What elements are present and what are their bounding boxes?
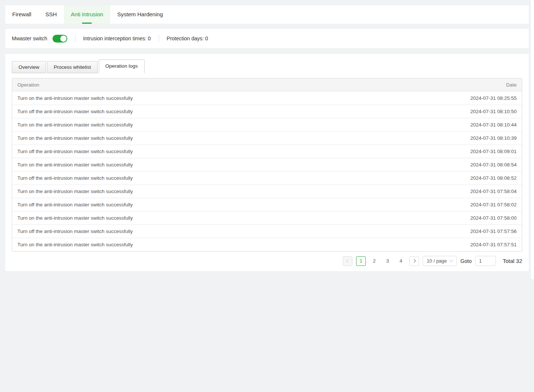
operation-cell: Turn off the anti-intrusion master switc…	[17, 149, 470, 154]
panel-tab[interactable]: Process whitelist	[47, 61, 98, 73]
total-value: 32	[516, 258, 522, 264]
table-header: Operation Date	[12, 78, 522, 91]
operation-cell: Turn on the anti-intrusion master switch…	[17, 215, 470, 221]
column-header-date: Date	[506, 82, 517, 88]
table-row: Turn off the anti-intrusion master switc…	[12, 105, 522, 118]
date-cell: 2024-07-31 08:25:55	[470, 95, 517, 101]
operation-cell: Turn on the anti-intrusion master switch…	[17, 162, 470, 168]
chevron-left-icon	[346, 259, 350, 263]
date-cell: 2024-07-31 07:57:56	[470, 229, 517, 234]
table-row: Turn on the anti-intrusion master switch…	[12, 131, 522, 145]
date-cell: 2024-07-31 07:57:51	[470, 242, 517, 247]
chevron-right-icon	[412, 259, 416, 263]
date-cell: 2024-07-31 08:09:01	[470, 149, 517, 154]
page-number-label: 4	[399, 258, 402, 264]
table-body: Turn on the anti-intrusion master switch…	[12, 91, 522, 251]
page-number-label: 2	[373, 258, 375, 264]
prev-page-button[interactable]	[343, 256, 352, 266]
next-page-button[interactable]	[409, 256, 419, 266]
date-cell: 2024-07-31 07:58:00	[470, 215, 517, 221]
page-size-select[interactable]: 10 / page	[423, 256, 457, 266]
operation-cell: Turn off the anti-intrusion master switc…	[17, 175, 470, 181]
date-cell: 2024-07-31 07:58:04	[470, 189, 517, 194]
operation-cell: Turn on the anti-intrusion master switch…	[17, 122, 470, 128]
table-row: Turn off the anti-intrusion master switc…	[12, 224, 522, 238]
page-number-button[interactable]: 3	[383, 256, 392, 266]
panel-tab-label: Process whitelist	[54, 64, 91, 70]
top-tab-bar: Firewall SSH Anti Intrusion System Harde…	[5, 5, 529, 24]
date-cell: 2024-07-31 08:08:54	[470, 162, 517, 168]
table-row: Turn off the anti-intrusion master switc…	[12, 198, 522, 211]
date-cell: 2024-07-31 08:10:50	[470, 109, 517, 114]
operation-cell: Turn off the anti-intrusion master switc…	[17, 202, 470, 207]
page: Firewall SSH Anti Intrusion System Harde…	[0, 0, 534, 392]
master-switch-toggle[interactable]	[53, 35, 67, 43]
top-tab[interactable]: System Hardening	[110, 5, 170, 24]
top-tab[interactable]: SSH	[38, 5, 64, 24]
pagination: 1 2 3 4 10 /	[12, 256, 522, 266]
operation-cell: Turn on the anti-intrusion master switch…	[17, 95, 470, 101]
stat-item: Intrusion interception times: 0	[75, 35, 151, 42]
operation-cell: Turn on the anti-intrusion master switch…	[17, 135, 470, 141]
top-tab-label: SSH	[45, 11, 57, 17]
top-tab[interactable]: Anti Intrusion	[64, 5, 111, 24]
goto-page-input[interactable]	[475, 256, 496, 266]
date-cell: 2024-07-31 07:58:02	[470, 202, 517, 207]
table-row: Turn off the anti-intrusion master switc…	[12, 145, 522, 158]
total-label: Total	[503, 258, 514, 264]
scrollbar-track[interactable]	[531, 0, 534, 279]
date-cell: 2024-07-31 08:08:52	[470, 175, 517, 181]
panel-tab-bar: Overview Process whitelist Operation log…	[12, 60, 522, 73]
date-cell: 2024-07-31 08:10:44	[470, 122, 517, 128]
panel-tab[interactable]: Operation logs	[99, 60, 145, 73]
total-count: Total 32	[503, 258, 522, 264]
operation-cell: Turn on the anti-intrusion master switch…	[17, 242, 470, 247]
operation-cell: Turn on the anti-intrusion master switch…	[17, 189, 470, 194]
master-switch-label: Mwaster switch	[12, 36, 47, 41]
page-size-value: 10 / page	[427, 258, 447, 264]
anti-intrusion-panel: Overview Process whitelist Operation log…	[5, 54, 529, 271]
stat-item: Protection days: 0	[159, 35, 208, 42]
status-stats: Intrusion interception times: 0 Protecti…	[67, 35, 208, 42]
date-cell: 2024-07-31 08:10:39	[470, 135, 517, 141]
table-row: Turn off the anti-intrusion master switc…	[12, 171, 522, 185]
page-number-list: 1 2 3 4	[356, 256, 406, 266]
chevron-down-icon	[449, 258, 453, 262]
top-tab-label: Firewall	[12, 11, 31, 17]
toggle-knob-icon	[60, 36, 67, 42]
table-row: Turn on the anti-intrusion master switch…	[12, 158, 522, 171]
table-row: Turn on the anti-intrusion master switch…	[12, 211, 522, 224]
page-number-label: 3	[386, 258, 389, 264]
table-row: Turn on the anti-intrusion master switch…	[12, 91, 522, 105]
top-tab-label: Anti Intrusion	[71, 11, 104, 17]
goto-label: Goto	[460, 258, 472, 264]
operation-cell: Turn off the anti-intrusion master switc…	[17, 229, 470, 234]
panel-tab-label: Overview	[18, 64, 39, 70]
operation-cell: Turn off the anti-intrusion master switc…	[17, 109, 470, 114]
table-row: Turn on the anti-intrusion master switch…	[12, 238, 522, 251]
panel-tab-label: Operation logs	[105, 63, 138, 69]
operation-logs-table: Operation Date Turn on the anti-intrusio…	[12, 78, 522, 251]
page-number-button[interactable]: 1	[356, 256, 366, 266]
column-header-operation: Operation	[17, 82, 39, 88]
page-number-label: 1	[359, 258, 362, 264]
status-bar: Mwaster switch Intrusion interception ti…	[5, 29, 529, 48]
master-switch-group: Mwaster switch	[12, 35, 67, 43]
table-row: Turn on the anti-intrusion master switch…	[12, 118, 522, 131]
page-number-button[interactable]: 4	[396, 256, 406, 266]
page-number-button[interactable]: 2	[369, 256, 379, 266]
table-row: Turn on the anti-intrusion master switch…	[12, 185, 522, 198]
top-tab-label: System Hardening	[117, 11, 163, 17]
panel-tab[interactable]: Overview	[12, 61, 46, 73]
top-tab[interactable]: Firewall	[5, 5, 38, 24]
